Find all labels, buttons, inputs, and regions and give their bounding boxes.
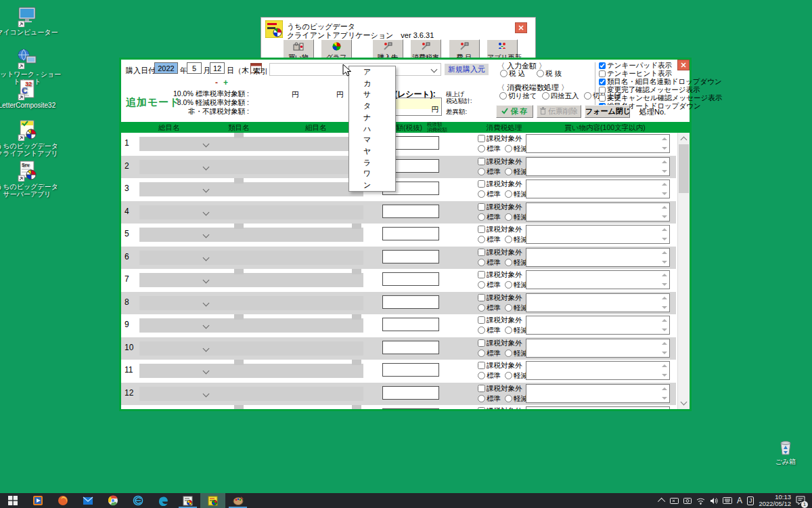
dropdown-item[interactable]: ナ <box>349 112 395 123</box>
exempt-checkbox[interactable] <box>478 158 485 165</box>
reduced-rate-radio[interactable] <box>505 350 512 357</box>
reduced-rate-radio-label[interactable]: 軽減 <box>505 303 528 312</box>
exempt-checkbox[interactable] <box>478 339 485 347</box>
wifi-icon[interactable] <box>696 497 705 505</box>
dropdown-item[interactable]: ア <box>349 66 395 78</box>
display-option[interactable]: 変更完了確認メッセージ表示 <box>599 85 722 93</box>
standard-rate-radio[interactable] <box>478 281 485 289</box>
display-option[interactable]: テンキーパッド表示 <box>599 61 722 69</box>
scroll-down-icon[interactable] <box>662 147 667 150</box>
round-half-radio[interactable] <box>542 92 549 100</box>
reduced-rate-radio[interactable] <box>505 213 512 221</box>
standard-rate-radio-label[interactable]: 標準 <box>478 394 501 402</box>
scroll-up-icon[interactable] <box>662 183 667 186</box>
taskbar-chrome[interactable] <box>100 493 125 508</box>
tax-excluded-radio[interactable] <box>537 70 544 77</box>
round-down-radio-label[interactable]: 切り捨て <box>499 91 537 100</box>
display-option[interactable]: 変更キャンセル確認メッセージ表示 <box>599 93 722 102</box>
taskbar-mail[interactable] <box>75 493 100 508</box>
standard-rate-radio-label[interactable]: 標準 <box>478 303 501 312</box>
exempt-checkbox-label[interactable]: 課税対象外 <box>478 270 522 280</box>
exempt-checkbox-label[interactable]: 課税対象外 <box>478 339 522 348</box>
form-close-button[interactable] <box>677 60 690 70</box>
ime-language-indicator[interactable]: J <box>747 496 754 505</box>
reduced-rate-radio-label[interactable]: 軽減 <box>505 190 528 198</box>
dropdown-item[interactable]: マ <box>349 134 395 146</box>
reduced-rate-radio[interactable] <box>505 145 512 152</box>
reduced-rate-radio[interactable] <box>505 259 512 266</box>
taskbar-media-player[interactable] <box>25 493 50 508</box>
year-field[interactable]: 2022 <box>154 62 178 74</box>
exempt-checkbox-label[interactable]: 課税対象外 <box>478 316 522 325</box>
amount-input[interactable] <box>382 272 439 286</box>
notification-center-icon[interactable]: 1 <box>796 496 805 506</box>
reduced-rate-radio-label[interactable]: 軽減 <box>505 235 528 243</box>
amount-input[interactable] <box>382 227 439 240</box>
exempt-checkbox-label[interactable]: 課税対象外 <box>478 248 522 257</box>
reduced-rate-radio-label[interactable]: 軽減 <box>505 167 528 175</box>
display-option-checkbox[interactable] <box>599 87 606 93</box>
exempt-checkbox[interactable] <box>478 385 485 392</box>
standard-rate-radio[interactable] <box>478 236 485 243</box>
scroll-down-icon[interactable] <box>662 329 667 331</box>
amount-input[interactable] <box>382 363 439 377</box>
display-option[interactable]: テンキーヒント表示 <box>599 69 722 77</box>
exempt-checkbox-label[interactable]: 課税対象外 <box>478 157 522 167</box>
memo-textarea[interactable] <box>526 339 670 358</box>
date-minus-button[interactable]: - <box>215 78 218 87</box>
dropdown-item[interactable]: サ <box>349 89 395 100</box>
reduced-rate-radio[interactable] <box>505 281 512 289</box>
reduced-rate-radio[interactable] <box>505 372 512 379</box>
dropdown-item[interactable]: ン <box>349 179 395 191</box>
tray-update-icon[interactable] <box>683 497 692 505</box>
amount-input[interactable] <box>382 250 439 263</box>
category-combobox[interactable] <box>139 182 363 196</box>
standard-rate-radio[interactable] <box>478 259 485 266</box>
round-down-radio[interactable] <box>499 92 507 100</box>
category-combobox[interactable] <box>139 251 363 265</box>
category-combobox[interactable] <box>139 137 363 151</box>
standard-rate-radio[interactable] <box>478 145 485 152</box>
reduced-rate-radio-label[interactable]: 軽減 <box>505 144 528 152</box>
reduced-rate-radio-label[interactable]: 軽減 <box>505 326 528 334</box>
standard-rate-radio-label[interactable]: 標準 <box>478 235 501 243</box>
memo-textarea[interactable] <box>526 270 670 289</box>
display-option-checkbox[interactable] <box>599 62 606 69</box>
scroll-up-icon[interactable] <box>662 297 667 299</box>
standard-rate-radio-label[interactable]: 標準 <box>478 258 501 266</box>
table-scrollbar[interactable] <box>677 133 690 409</box>
memo-textarea[interactable] <box>526 157 670 176</box>
volume-icon[interactable] <box>710 497 718 505</box>
standard-rate-radio-label[interactable]: 標準 <box>478 349 501 357</box>
scroll-up-icon[interactable] <box>681 137 687 144</box>
touch-keyboard-icon[interactable] <box>723 497 732 504</box>
amount-input[interactable] <box>382 386 439 400</box>
scroll-up-icon[interactable] <box>662 274 667 276</box>
scroll-down-icon[interactable] <box>662 261 667 263</box>
memo-textarea[interactable] <box>526 293 670 312</box>
scroll-down-icon[interactable] <box>662 306 667 309</box>
close-form-button[interactable]: フォーム閉じ <box>585 105 630 118</box>
desktop-icon-recycle-bin[interactable]: ごみ箱 <box>750 438 812 465</box>
reduced-rate-radio[interactable] <box>505 304 512 312</box>
exempt-checkbox-label[interactable]: 課税対象外 <box>478 361 522 371</box>
exempt-checkbox[interactable] <box>478 271 485 278</box>
scroll-down-icon[interactable] <box>681 399 687 406</box>
day-field[interactable]: 12 <box>210 62 225 74</box>
tray-overflow-chevron-icon[interactable] <box>658 498 665 505</box>
reduced-rate-radio-label[interactable]: 軽減 <box>505 280 528 289</box>
standard-rate-radio-label[interactable]: 標準 <box>478 326 501 334</box>
dropdown-item[interactable]: ワ <box>349 169 395 180</box>
memo-textarea[interactable] <box>526 406 670 409</box>
exempt-checkbox[interactable] <box>478 135 485 142</box>
scroll-down-icon[interactable] <box>662 215 667 218</box>
standard-rate-radio-label[interactable]: 標準 <box>478 280 501 289</box>
scroll-up-icon[interactable] <box>662 137 667 140</box>
memo-textarea[interactable] <box>526 134 670 153</box>
reduced-rate-radio[interactable] <box>505 168 512 175</box>
scroll-up-icon[interactable] <box>662 342 667 345</box>
amount-input[interactable] <box>382 408 439 409</box>
exempt-checkbox-label[interactable]: 課税対象外 <box>478 406 522 409</box>
amount-input[interactable] <box>382 295 439 309</box>
amount-input[interactable] <box>382 341 439 354</box>
